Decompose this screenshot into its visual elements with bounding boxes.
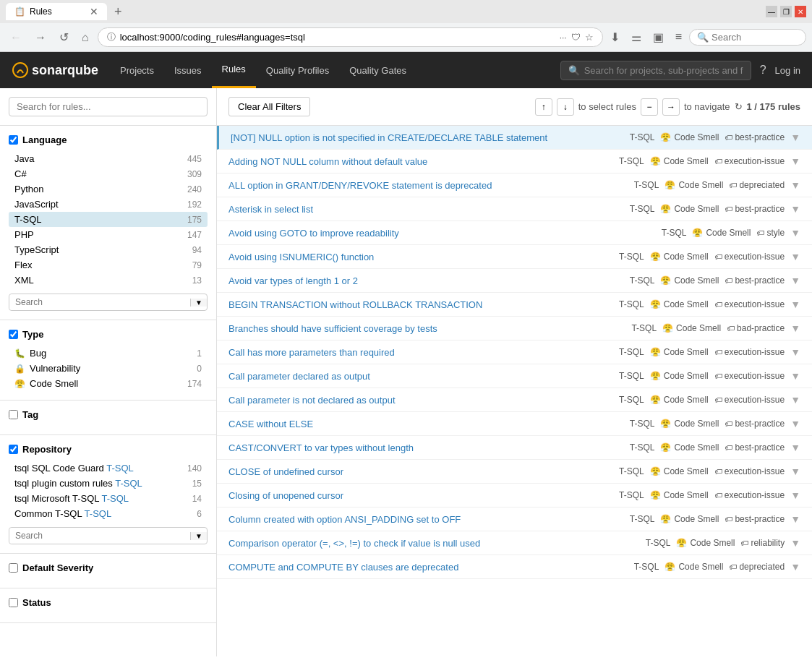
rule-name-link[interactable]: Adding NOT NULL column without default v… [228, 156, 612, 167]
rule-row[interactable]: CASE without ELSE T-SQL 😤 Code Smell 🏷 b… [217, 412, 812, 436]
rule-filter-button[interactable]: ▼ [790, 275, 800, 286]
rule-name-link[interactable]: COMPUTE and COMPUTE BY clauses are depre… [228, 562, 626, 573]
nav-quality-profiles[interactable]: Quality Profiles [256, 52, 339, 88]
rule-row[interactable]: [NOT] NULL option is not specified in CR… [217, 126, 812, 150]
rule-name-link[interactable]: Asterisk in select list [228, 204, 622, 215]
language-item-xml[interactable]: XML13 [9, 273, 208, 288]
rule-name-link[interactable]: Call parameter is not declared as output [228, 395, 612, 406]
type-item-vulnerability[interactable]: 🔒Vulnerability0 [9, 361, 208, 376]
language-item-php[interactable]: PHP147 [9, 227, 208, 242]
rule-row[interactable]: Adding NOT NULL column without default v… [217, 150, 812, 174]
language-filter-title[interactable]: Language [9, 134, 208, 145]
new-tab-button[interactable]: + [110, 4, 127, 20]
rule-filter-button[interactable]: ▼ [790, 203, 800, 215]
repository-search-dropdown-icon[interactable]: ▼ [190, 532, 207, 540]
rule-filter-button[interactable]: ▼ [790, 418, 800, 429]
nav-projects[interactable]: Projects [110, 52, 164, 88]
default-severity-checkbox[interactable] [9, 563, 18, 573]
rule-row[interactable]: Branches should have sufficient coverage… [217, 317, 812, 341]
rule-filter-button[interactable]: ▼ [790, 442, 800, 453]
rule-filter-button[interactable]: ▼ [790, 155, 800, 167]
rule-name-link[interactable]: Closing of unopened cursor [228, 490, 612, 501]
browser-tab[interactable]: 📋 Rules ✕ [6, 3, 107, 20]
rule-name-link[interactable]: ALL option in GRANT/DENY/REVOKE statemen… [228, 180, 626, 191]
window-close-button[interactable]: ✕ [795, 6, 806, 17]
nav-issues[interactable]: Issues [164, 52, 212, 88]
rule-name-link[interactable]: CAST/CONVERT to var types without length [228, 442, 622, 453]
repo-item-tsql-sql-code-guard[interactable]: tsql SQL Code Guard T-SQL140 [9, 461, 208, 476]
repo-item-tsql-plugin-custom-rules[interactable]: tsql plugin custom rules T-SQL15 [9, 476, 208, 491]
nav-prev-button[interactable]: − [641, 98, 658, 116]
rule-filter-button[interactable]: ▼ [790, 132, 800, 143]
rule-name-link[interactable]: Column created with option ANSI_PADDING … [228, 514, 622, 525]
rule-name-link[interactable]: BEGIN TRANSACTION without ROLLBACK TRANS… [228, 299, 612, 310]
tag-checkbox[interactable] [9, 410, 18, 419]
rule-row[interactable]: CAST/CONVERT to var types without length… [217, 436, 812, 460]
language-item-t-sql[interactable]: T-SQL175 [9, 212, 208, 227]
repo-item-common-t-sql[interactable]: Common T-SQL T-SQL6 [9, 506, 208, 521]
login-button[interactable]: Log in [775, 65, 800, 76]
type-checkbox[interactable] [9, 330, 18, 339]
rule-row[interactable]: CLOSE of undefined cursor T-SQL 😤 Code S… [217, 460, 812, 484]
rule-filter-button[interactable]: ▼ [790, 346, 800, 358]
rule-name-link[interactable]: [NOT] NULL option is not specified in CR… [231, 132, 622, 143]
rule-name-link[interactable]: Branches should have sufficient coverage… [228, 323, 624, 334]
rule-row[interactable]: Avoid using ISNUMERIC() function T-SQL 😤… [217, 245, 812, 269]
rule-row[interactable]: Avoid using GOTO to improve readability … [217, 221, 812, 245]
forward-button[interactable]: → [30, 30, 51, 46]
rule-row[interactable]: Call has more parameters than required T… [217, 341, 812, 364]
rule-filter-button[interactable]: ▼ [790, 537, 800, 549]
rule-name-link[interactable]: Call parameter declared as output [228, 371, 612, 382]
language-item-java[interactable]: Java445 [9, 151, 208, 166]
back-button[interactable]: ← [6, 30, 26, 46]
language-checkbox[interactable] [9, 135, 18, 145]
language-item-flex[interactable]: Flex79 [9, 257, 208, 273]
rule-filter-button[interactable]: ▼ [790, 322, 800, 334]
rule-row[interactable]: Avoid var types of length 1 or 2 T-SQL 😤… [217, 269, 812, 293]
rule-filter-button[interactable]: ▼ [790, 394, 800, 406]
refresh-button[interactable]: ↻ [735, 101, 743, 112]
status-filter-title[interactable]: Status [9, 597, 208, 608]
rule-filter-button[interactable]: ▼ [790, 489, 800, 501]
home-button[interactable]: ⌂ [77, 30, 93, 46]
type-item-code-smell[interactable]: 😤Code Smell174 [9, 376, 208, 391]
default-severity-filter-title[interactable]: Default Severity [9, 562, 208, 573]
repository-checkbox[interactable] [9, 445, 18, 454]
rule-name-link[interactable]: Call has more parameters than required [228, 347, 612, 358]
rule-row[interactable]: Call parameter declared as output T-SQL … [217, 364, 812, 388]
rule-filter-button[interactable]: ▼ [790, 370, 800, 382]
rule-row[interactable]: Call parameter is not declared as output… [217, 388, 812, 412]
nav-next-button[interactable]: → [662, 98, 680, 116]
rule-name-link[interactable]: Avoid using GOTO to improve readability [228, 228, 654, 239]
rule-name-link[interactable]: CASE without ELSE [228, 419, 622, 429]
repository-filter-title[interactable]: Repository [9, 444, 208, 455]
repo-item-tsql-microsoft-t-sql[interactable]: tsql Microsoft T-SQL T-SQL14 [9, 491, 208, 506]
rule-row[interactable]: BEGIN TRANSACTION without ROLLBACK TRANS… [217, 293, 812, 317]
rule-row[interactable]: Closing of unopened cursor T-SQL 😤 Code … [217, 484, 812, 508]
select-up-button[interactable]: ↑ [535, 98, 552, 116]
type-filter-title[interactable]: Type [9, 329, 208, 340]
rule-row[interactable]: ALL option in GRANT/DENY/REVOKE statemen… [217, 174, 812, 197]
language-item-javascript[interactable]: JavaScript192 [9, 197, 208, 212]
window-minimize-button[interactable]: — [766, 6, 777, 17]
language-search-dropdown-icon[interactable]: ▼ [190, 299, 207, 307]
rule-filter-button[interactable]: ▼ [790, 251, 800, 262]
rule-row[interactable]: COMPUTE and COMPUTE BY clauses are depre… [217, 555, 812, 579]
tag-filter-title[interactable]: Tag [9, 409, 208, 420]
rules-search-input[interactable] [9, 97, 208, 116]
language-item-c-[interactable]: C#309 [9, 166, 208, 181]
nav-rules[interactable]: Rules [212, 52, 256, 88]
rule-name-link[interactable]: Comparison operator (=, <>, !=) to check… [228, 538, 638, 549]
language-item-python[interactable]: Python240 [9, 181, 208, 197]
help-button[interactable]: ? [760, 64, 766, 77]
language-item-typescript[interactable]: TypeScript94 [9, 242, 208, 257]
rule-filter-button[interactable]: ▼ [790, 466, 800, 477]
rule-filter-button[interactable]: ▼ [790, 299, 800, 310]
rule-filter-button[interactable]: ▼ [790, 227, 800, 239]
rule-filter-button[interactable]: ▼ [790, 513, 800, 525]
rule-name-link[interactable]: Avoid var types of length 1 or 2 [228, 275, 622, 286]
rule-name-link[interactable]: Avoid using ISNUMERIC() function [228, 252, 612, 262]
nav-quality-gates[interactable]: Quality Gates [339, 52, 416, 88]
language-search-input[interactable] [9, 294, 190, 310]
rule-row[interactable]: Column created with option ANSI_PADDING … [217, 508, 812, 531]
